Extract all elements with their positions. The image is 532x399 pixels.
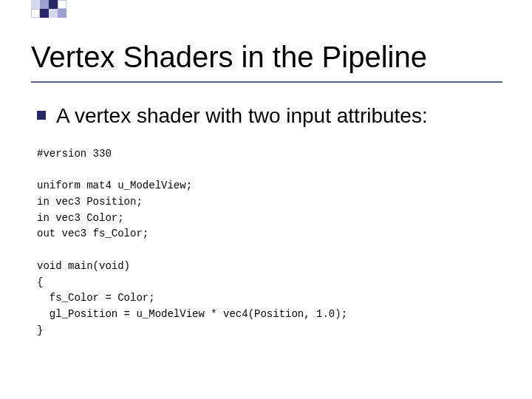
code-block: #version 330 uniform mat4 u_ModelView; i… bbox=[37, 146, 502, 338]
decor-col bbox=[49, 0, 58, 18]
decor-square bbox=[40, 9, 49, 18]
decor-square bbox=[31, 9, 40, 18]
corner-decoration bbox=[31, 0, 66, 18]
decor-square bbox=[31, 0, 40, 9]
code-line: in vec3 Color; bbox=[37, 212, 124, 224]
decor-square bbox=[40, 0, 49, 9]
decor-col bbox=[40, 0, 49, 18]
code-line: } bbox=[37, 324, 43, 336]
bullet-text: A vertex shader with two input attribute… bbox=[56, 103, 428, 129]
decor-square bbox=[58, 9, 66, 18]
decor-col bbox=[31, 0, 40, 18]
bullet-item: A vertex shader with two input attribute… bbox=[37, 103, 502, 129]
decor-square bbox=[49, 0, 58, 9]
code-line: gl_Position = u_ModelView * vec4(Positio… bbox=[37, 308, 347, 320]
code-line: out vec3 fs_Color; bbox=[37, 228, 149, 239]
code-line: void main(void) bbox=[37, 260, 130, 272]
slide: Vertex Shaders in the Pipeline A vertex … bbox=[0, 0, 532, 399]
slide-title: Vertex Shaders in the Pipeline bbox=[31, 41, 502, 74]
decor-col bbox=[58, 0, 66, 18]
code-line: uniform mat4 u_ModelView; bbox=[37, 180, 192, 191]
code-line: #version 330 bbox=[37, 148, 112, 160]
decor-square bbox=[58, 0, 66, 9]
bullet-square-icon bbox=[37, 111, 46, 120]
decor-square bbox=[49, 9, 58, 18]
code-line: fs_Color = Color; bbox=[37, 292, 155, 304]
title-underline bbox=[31, 81, 502, 83]
code-line: { bbox=[37, 276, 43, 288]
code-line: in vec3 Position; bbox=[37, 196, 143, 208]
